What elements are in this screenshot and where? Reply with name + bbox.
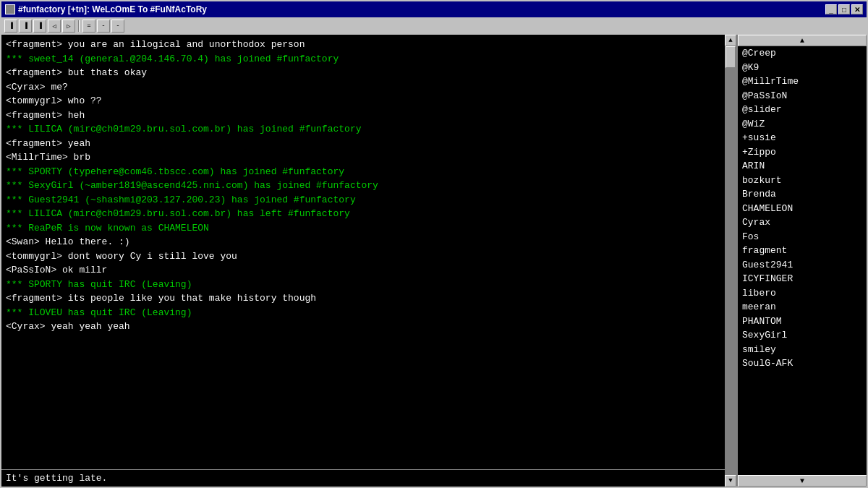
window-icon — [5, 4, 15, 14]
chat-message: *** SexyGirl (~amber1819@ascend425.nni.c… — [6, 179, 720, 193]
user-list-item[interactable]: PHANTOM — [738, 314, 867, 329]
toolbar-btn-1[interactable]: ▐ — [4, 20, 17, 33]
user-list-item[interactable]: smiley — [738, 343, 867, 357]
main-window: #funfactory [+tn]: WeLcOmE To #FuNfAcToR… — [0, 0, 868, 488]
toolbar-btn-6[interactable]: = — [82, 20, 95, 33]
message-input[interactable] — [6, 473, 720, 484]
chat-message: *** SPORTY (typehere@com46.tbscc.com) ha… — [6, 165, 720, 179]
title-bar: #funfactory [+tn]: WeLcOmE To #FuNfAcToR… — [1, 1, 867, 17]
user-list-item[interactable]: @K9 — [738, 61, 867, 75]
user-list-item[interactable]: +susie — [738, 131, 867, 145]
chat-with-scroll: <fragment> you are an illogical and unor… — [1, 35, 736, 487]
chat-message: <fragment> you are an illogical and unor… — [6, 38, 720, 52]
scroll-track — [725, 46, 736, 475]
user-list-item[interactable]: bozkurt — [738, 174, 867, 188]
title-bar-buttons: _ □ ✕ — [825, 4, 863, 14]
user-list-scroll-up[interactable]: ▲ — [738, 35, 867, 46]
user-list-item[interactable]: ARIN — [738, 159, 867, 174]
user-list-item[interactable]: +Zippo — [738, 145, 867, 160]
toolbar-btn-3[interactable]: ▐ — [33, 20, 46, 33]
user-list-item[interactable]: fragment — [738, 244, 867, 258]
chat-message: <Swan> Hello there. :) — [6, 235, 720, 249]
user-list-item[interactable]: @WiZ — [738, 117, 867, 132]
user-list-item[interactable]: @slider — [738, 103, 867, 117]
chat-message: <tommygrl> who ?? — [6, 94, 720, 108]
toolbar-btn-7[interactable]: - — [97, 20, 110, 33]
chat-message: <PaSsIoN> ok millr — [6, 263, 720, 278]
toolbar-btn-2[interactable]: ▐ — [19, 20, 32, 33]
chat-message: <fragment> its people like you that make… — [6, 291, 720, 306]
chat-message: *** Guest2941 (~shashmi@203.127.200.23) … — [6, 193, 720, 207]
user-list-item[interactable]: Fos — [738, 230, 867, 244]
chat-message: *** LILICA (mirc@ch01m29.bru.sol.com.br)… — [6, 122, 720, 137]
chat-messages[interactable]: <fragment> you are an illogical and unor… — [1, 35, 725, 469]
user-list-item[interactable]: @PaSsIoN — [738, 89, 867, 103]
scroll-down-btn[interactable]: ▼ — [725, 475, 736, 487]
user-list-item[interactable]: libero — [738, 286, 867, 301]
chat-area: <fragment> you are an illogical and unor… — [1, 35, 725, 487]
chat-message: <MillrTime> brb — [6, 150, 720, 165]
toolbar-btn-4[interactable]: ◁ — [48, 20, 61, 33]
chat-message: *** LILICA (mirc@ch01m29.bru.sol.com.br)… — [6, 207, 720, 221]
close-button[interactable]: ✕ — [851, 4, 863, 14]
user-list-item[interactable]: CHAMELEON — [738, 202, 867, 216]
title-bar-left: #funfactory [+tn]: WeLcOmE To #FuNfAcToR… — [5, 4, 207, 14]
chat-message: <fragment> but thats okay — [6, 66, 720, 80]
scroll-thumb[interactable] — [726, 46, 736, 68]
chat-message: <Cyrax> yeah yeah yeah — [6, 320, 720, 334]
chat-scrollbar: ▲ ▼ — [725, 35, 736, 487]
user-list-item[interactable]: Brenda — [738, 187, 867, 202]
input-area — [1, 469, 725, 487]
toolbar-btn-5[interactable]: ▷ — [62, 20, 75, 33]
chat-message: *** SPORTY has quit IRC (Leaving) — [6, 278, 720, 292]
maximize-button[interactable]: □ — [838, 4, 850, 14]
toolbar: ▐ ▐ ▐ ◁ ▷ = - - — [1, 17, 867, 35]
toolbar-btn-8[interactable]: - — [111, 20, 124, 33]
chat-message: *** ILOVEU has quit IRC (Leaving) — [6, 306, 720, 320]
chat-message: *** ReaPeR is now known as CHAMELEON — [6, 221, 720, 236]
window-title: #funfactory [+tn]: WeLcOmE To #FuNfAcToR… — [18, 4, 207, 14]
user-list-item[interactable]: SexyGirl — [738, 328, 867, 343]
toolbar-sep-1 — [78, 20, 80, 32]
user-list-item[interactable]: SoulG-AFK — [738, 356, 867, 371]
user-list-item[interactable]: meeran — [738, 300, 867, 314]
user-list-scroll-down[interactable]: ▼ — [738, 475, 867, 487]
user-list-item[interactable]: ICYFINGER — [738, 272, 867, 286]
chat-message: <Cyrax> me? — [6, 80, 720, 95]
user-list-area: ▲ @Creep@K9@MillrTime@PaSsIoN@slider@WiZ… — [736, 35, 867, 487]
user-list[interactable]: @Creep@K9@MillrTime@PaSsIoN@slider@WiZ+s… — [738, 46, 867, 475]
chat-message: <fragment> heh — [6, 108, 720, 123]
scroll-up-btn[interactable]: ▲ — [725, 35, 736, 46]
user-list-item[interactable]: Cyrax — [738, 215, 867, 230]
chat-message: <tommygrl> dont woory Cy i still love yo… — [6, 249, 720, 264]
user-list-item[interactable]: @Creep — [738, 46, 867, 61]
chat-message: <fragment> yeah — [6, 137, 720, 151]
minimize-button[interactable]: _ — [825, 4, 837, 14]
user-list-item[interactable]: @MillrTime — [738, 74, 867, 89]
user-list-item[interactable]: Guest2941 — [738, 258, 867, 273]
chat-message: *** sweet_14 (general.@204.146.70.4) has… — [6, 52, 720, 67]
main-area: <fragment> you are an illogical and unor… — [1, 35, 867, 487]
